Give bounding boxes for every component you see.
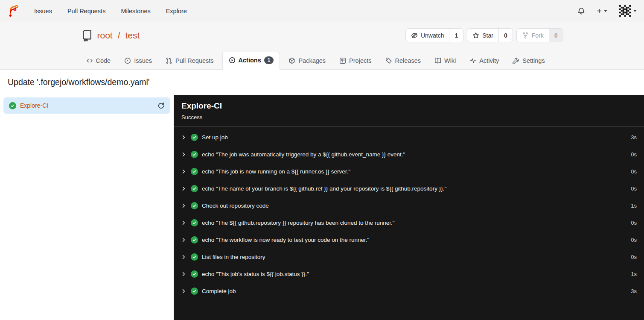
repo-separator: / [118,30,120,41]
tab-wiki[interactable]: Wiki [429,53,461,69]
tab-settings[interactable]: Settings [507,53,550,69]
tab-label: Packages [298,57,326,64]
unwatch-button[interactable]: Unwatch 1 [405,28,463,42]
step-name: echo "The ${{ github.repository }} repos… [202,220,395,226]
package-icon [288,57,295,64]
step-row[interactable]: Check out repository code 1s [174,197,644,214]
chevron-right-icon [181,203,186,208]
step-row[interactable]: List files in the repository 0s [174,248,644,265]
git-pull-request-icon [166,57,172,64]
navbar-menu: Issues Pull Requests Milestones Explore [34,8,187,15]
step-name: Check out repository code [202,203,269,209]
step-row[interactable]: echo "The name of your branch is ${{ git… [174,180,644,197]
repo-name-link[interactable]: test [125,30,140,41]
book-open-icon [434,57,441,64]
step-duration: 0s [631,237,637,243]
step-success-check-icon [191,253,198,261]
eye-slash-icon [411,32,418,39]
repo-title: root / test [81,29,140,41]
tab-projects[interactable]: Projects [334,53,376,69]
tab-activity[interactable]: Activity [464,53,504,69]
job-log-title: Explore-CI [181,101,636,111]
step-list: Set up job 3s echo "The job w [174,126,644,299]
star-button[interactable]: Star 0 [467,28,513,42]
step-row[interactable]: echo "The ${{ github.repository }} repos… [174,214,644,231]
rerun-sync-icon[interactable] [157,102,165,109]
chevron-right-icon [181,254,186,260]
chevron-right-icon [181,237,186,243]
tab-releases[interactable]: Releases [380,53,426,69]
tab-label: Activity [479,57,499,64]
step-row[interactable]: echo "The workflow is now ready to test … [174,231,644,248]
chevron-right-icon [181,186,186,191]
step-duration: 1s [631,203,637,209]
bell-icon[interactable] [577,7,585,15]
step-success-check-icon [191,288,198,295]
step-duration: 3s [631,134,637,141]
step-row[interactable]: Complete job 3s [174,282,644,299]
step-row[interactable]: echo "This job's status is ${{ job.statu… [174,265,644,282]
tab-pull-requests[interactable]: Pull Requests [160,53,219,69]
navbar-item-pull-requests[interactable]: Pull Requests [67,8,105,15]
play-circle-icon [229,57,236,64]
issue-circle-icon [124,57,131,64]
step-name: Set up job [202,134,228,141]
step-duration: 0s [631,254,637,260]
tab-label: Wiki [444,57,456,64]
chevron-right-icon [181,169,186,174]
chevron-right-icon [181,288,186,294]
step-duration: 0s [631,220,637,226]
repo-tabs: Code Issues Pull Request [81,52,563,69]
chevron-right-icon [181,152,186,157]
fork-label: Fork [532,32,544,39]
navbar-item-explore[interactable]: Explore [166,8,187,15]
repo-book-icon [81,29,93,41]
step-success-check-icon [191,185,198,192]
account-menu[interactable] [619,5,637,17]
tab-code[interactable]: Code [81,53,116,69]
git-fork-icon [522,32,529,39]
tab-label: Issues [134,57,152,64]
tab-packages[interactable]: Packages [283,53,331,69]
forgejo-logo-icon[interactable] [7,5,20,18]
step-success-check-icon [191,134,198,141]
star-label: Star [482,32,493,39]
tab-issues[interactable]: Issues [119,53,157,69]
jobs-sidebar: Explore-CI [0,95,174,320]
avatar [619,5,631,17]
step-row[interactable]: echo "The job was automatically triggere… [174,146,644,163]
watch-count[interactable]: 1 [449,29,463,42]
tag-icon [385,57,392,64]
chevron-down-icon [633,10,637,12]
actions-run-view: Explore-CI Explore-CI Success [0,95,644,320]
create-new-menu[interactable]: + [597,7,607,15]
plus-icon: + [597,7,602,15]
step-success-check-icon [191,151,198,158]
tab-actions[interactable]: Actions 1 [222,52,280,70]
step-name: Complete job [202,288,236,294]
step-success-check-icon [191,202,198,209]
star-count[interactable]: 0 [498,29,513,42]
chevron-right-icon [181,271,186,277]
job-log-status: Success [181,114,636,120]
project-board-icon [339,57,346,64]
job-success-check-icon [9,102,16,109]
step-name: List files in the repository [202,254,265,260]
navbar-right: + [577,5,637,17]
actions-count-badge: 1 [264,56,274,64]
repo-owner-link[interactable]: root [97,30,113,41]
chevron-down-icon [604,10,607,12]
code-icon [86,57,93,64]
tab-label: Pull Requests [175,57,213,64]
navbar-item-issues[interactable]: Issues [34,8,52,15]
step-row[interactable]: echo "This job is now running on a ${{ r… [174,163,644,180]
step-name: echo "The workflow is now ready to test … [202,237,369,243]
step-duration: 0s [631,151,637,158]
step-success-check-icon [191,236,198,244]
step-success-check-icon [191,219,198,226]
step-row[interactable]: Set up job 3s [174,129,644,146]
unwatch-label: Unwatch [421,32,444,39]
navbar-item-milestones[interactable]: Milestones [121,8,150,15]
job-item-explore-ci[interactable]: Explore-CI [3,97,170,114]
step-name: echo "This job's status is ${{ job.statu… [202,271,309,277]
